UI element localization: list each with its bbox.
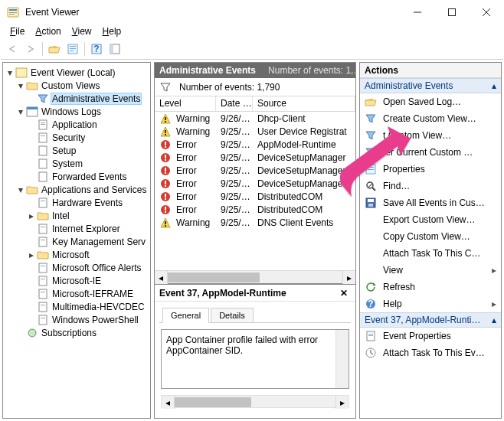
detail-message-box: App Container profile failed with error … [161, 329, 349, 389]
action-item[interactable]: Export Custom View… [360, 211, 501, 228]
toolbar-back-button[interactable] [4, 41, 21, 57]
tree-as-item[interactable]: Multimedia-HEVCDEC [51, 302, 146, 312]
tree-as-item[interactable]: Key Management Serv [51, 237, 147, 247]
scroll-right-icon[interactable]: ▸ [342, 271, 355, 284]
console-icon [15, 67, 28, 79]
table-row[interactable]: Error9/25/…DistributedCOM [155, 203, 355, 216]
toolbar-pane-button[interactable] [106, 41, 123, 57]
svg-rect-2 [9, 12, 17, 13]
scroll-thumb[interactable] [168, 273, 260, 282]
tab-details[interactable]: Details [211, 308, 254, 322]
collapse-section-icon[interactable]: ▴ [492, 80, 496, 91]
tree-wl-system[interactable]: System [51, 158, 84, 169]
minimize-button[interactable] [400, 1, 434, 24]
toolbar-help-button[interactable]: ? [88, 41, 105, 57]
action-item[interactable]: Find… [360, 178, 501, 194]
menu-action[interactable]: Action [31, 24, 65, 38]
svg-rect-20 [41, 122, 45, 123]
tree-wl-forwarded[interactable]: Forwarded Events [51, 171, 128, 182]
tree-windows-logs[interactable]: Windows Logs [40, 106, 103, 117]
tree-apps-services[interactable]: Applications and Services [40, 184, 148, 195]
tree-as-item[interactable]: Internet Explorer [51, 224, 122, 234]
tree-subscriptions[interactable]: Subscriptions [40, 328, 98, 338]
menu-help[interactable]: Help [98, 24, 126, 38]
table-row[interactable]: Error9/25/…DeviceSetupManager [155, 164, 355, 177]
tree-custom-views[interactable]: Custom Views [40, 80, 101, 91]
menu-file[interactable]: File [5, 24, 29, 38]
tree-as-item[interactable]: Windows PowerShell [51, 315, 140, 325]
tree-as-item[interactable]: Microsoft-IEFRAME [51, 289, 135, 299]
action-item[interactable]: Attach Task To This Ev… [360, 344, 501, 361]
svg-rect-1 [9, 9, 17, 11]
svg-rect-21 [41, 124, 45, 125]
action-item[interactable]: Copy Custom View… [360, 228, 501, 245]
action-item[interactable]: Save All Events in Cus… [360, 194, 501, 211]
tab-general[interactable]: General [162, 308, 209, 323]
tree-root[interactable]: Event Viewer (Local) [29, 67, 117, 78]
events-list[interactable]: Warning9/26/…Dhcp-ClientWarning9/25/…Use… [155, 112, 355, 270]
panel-close-button[interactable]: ✕ [337, 286, 351, 300]
action-item[interactable]: t Custom View… [360, 127, 501, 144]
tree-as-item[interactable]: Intel [51, 210, 71, 221]
svg-rect-42 [41, 318, 45, 318]
action-item[interactable]: ter Current Custom … [360, 144, 501, 161]
table-row[interactable]: Warning9/26/…Dhcp-Client [155, 112, 355, 125]
toolbar-forward-button[interactable] [22, 41, 39, 57]
tree-as-item[interactable]: Microsoft [51, 250, 91, 260]
action-label: Save All Events in Cus… [383, 197, 496, 208]
action-label: Open Saved Log… [383, 96, 496, 107]
toolbar-properties-button[interactable] [64, 41, 81, 57]
scroll-thumb[interactable] [175, 397, 251, 407]
actions-section-2[interactable]: Event 37, AppModel-Runti… ▴ [360, 312, 501, 328]
table-row[interactable]: Error9/25/…DeviceSetupManager [155, 177, 355, 190]
h-scrollbar[interactable]: ◂ ▸ [155, 270, 355, 283]
scroll-left-icon[interactable]: ◂ [155, 271, 168, 284]
v-scrollbar[interactable] [335, 330, 349, 388]
actions-section-1[interactable]: Administrative Events ▴ [360, 78, 501, 93]
action-item[interactable]: ?Help▸ [360, 295, 501, 312]
tree-as-item[interactable]: Microsoft Office Alerts [51, 263, 142, 273]
tree-admin-events[interactable]: Administrative Events [51, 93, 142, 105]
menu-view[interactable]: View [67, 24, 97, 38]
tree[interactable]: ▾Event Viewer (Local) ▾Custom Views Admi… [3, 63, 150, 418]
maximize-button[interactable] [434, 1, 469, 24]
table-row[interactable]: Error9/25/…DeviceSetupManager [155, 151, 355, 164]
action-item[interactable]: Attach Task To This C… [360, 245, 501, 262]
svg-rect-39 [39, 302, 47, 312]
log-icon [37, 171, 49, 183]
expand-icon[interactable]: ▸ [26, 250, 37, 260]
collapse-icon[interactable]: ▾ [15, 106, 26, 117]
action-item[interactable]: Refresh [360, 279, 501, 295]
action-item[interactable]: View▸ [360, 262, 501, 279]
scroll-right-icon[interactable]: ▸ [335, 396, 349, 409]
col-date[interactable]: Date … [216, 96, 253, 111]
close-button[interactable] [469, 1, 503, 24]
tree-wl-application[interactable]: Application [51, 119, 99, 130]
table-row[interactable]: Error9/25/…DistributedCOM [155, 190, 355, 203]
collapse-section-icon[interactable]: ▴ [492, 315, 496, 325]
svg-rect-47 [165, 134, 166, 135]
action-item[interactable]: Event Properties [360, 328, 501, 344]
tree-wl-setup[interactable]: Setup [51, 145, 77, 156]
collapse-icon[interactable]: ▾ [15, 80, 26, 91]
action-item[interactable]: Properties [360, 161, 501, 178]
svg-rect-10 [70, 48, 76, 49]
table-row[interactable]: Warning9/25/…DNS Client Events [155, 216, 355, 229]
cell-level: Warning [176, 217, 210, 228]
cell-source: DeviceSetupManager [253, 178, 355, 189]
toolbar-open-button[interactable] [46, 41, 63, 57]
collapse-icon[interactable]: ▾ [15, 184, 26, 195]
collapse-icon[interactable]: ▾ [5, 67, 15, 78]
col-level[interactable]: Level [155, 96, 216, 111]
tree-wl-security[interactable]: Security [51, 132, 87, 143]
table-row[interactable]: Error9/25/…AppModel-Runtime [155, 138, 355, 151]
table-row[interactable]: Warning9/25/…User Device Registrat [155, 125, 355, 138]
detail-h-scrollbar[interactable]: ◂ ▸ [161, 395, 349, 408]
col-source[interactable]: Source [253, 96, 355, 111]
expand-icon[interactable]: ▸ [26, 210, 37, 221]
tree-as-item[interactable]: Hardware Events [51, 197, 124, 208]
scroll-left-icon[interactable]: ◂ [162, 396, 175, 409]
action-item[interactable]: Create Custom View… [360, 110, 501, 127]
action-item[interactable]: Open Saved Log… [360, 93, 501, 110]
tree-as-item[interactable]: Microsoft-IE [51, 276, 103, 286]
